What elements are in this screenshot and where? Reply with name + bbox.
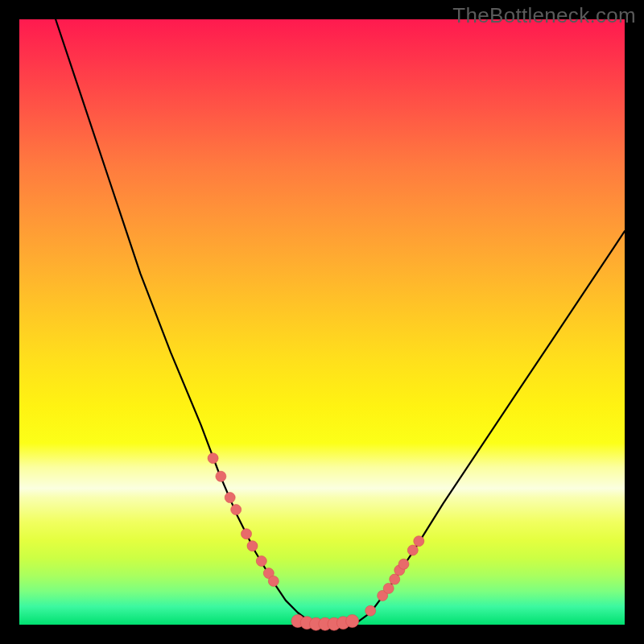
curve-marker (383, 583, 394, 593)
curve-marker (268, 576, 279, 586)
bottleneck-curve (56, 19, 625, 625)
curve-marker (390, 574, 400, 584)
curve-marker (231, 505, 242, 515)
curve-marker (407, 545, 418, 555)
curve-marker (247, 541, 258, 551)
curve-marker (225, 493, 235, 503)
curve-marker (398, 559, 409, 569)
curve-marker (208, 453, 218, 464)
curve-marker (365, 605, 376, 616)
curve-marker (256, 556, 266, 567)
curve-marker (346, 615, 359, 628)
chart-svg (19, 19, 625, 625)
curve-marker (216, 471, 226, 481)
curve-markers (208, 453, 424, 631)
curve-marker (242, 529, 252, 539)
curve-marker (414, 536, 424, 547)
